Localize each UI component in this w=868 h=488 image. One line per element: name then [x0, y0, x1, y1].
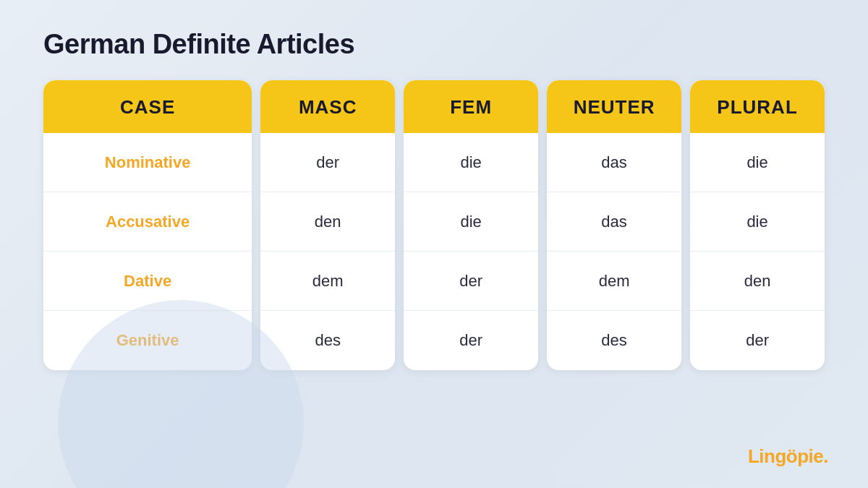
cell-case-nominative: Nominative	[43, 133, 252, 192]
cell-fem-genitive: der	[404, 311, 538, 370]
cell-case-dative: Dative	[43, 252, 252, 311]
col-header-plural: PLURAL	[690, 80, 825, 133]
column-case: CASE Nominative Accusative Dative Geniti…	[43, 80, 252, 370]
col-body-plural: die die den der	[690, 133, 825, 370]
col-body-masc: der den dem des	[260, 133, 395, 370]
column-plural: PLURAL die die den der	[690, 80, 825, 370]
brand-logo: Lingöpie.	[748, 445, 828, 468]
cell-neuter-genitive: des	[547, 311, 681, 370]
cell-plural-accusative: die	[690, 192, 825, 252]
col-header-case: CASE	[43, 80, 252, 133]
cell-masc-nominative: der	[260, 133, 395, 192]
cell-masc-dative: dem	[260, 252, 395, 311]
cell-plural-genitive: der	[690, 311, 825, 370]
column-masc: MASC der den dem des	[260, 80, 395, 370]
cell-fem-accusative: die	[404, 192, 538, 252]
cell-plural-dative: den	[690, 252, 825, 311]
column-neuter: NEUTER das das dem des	[547, 80, 681, 370]
cell-case-accusative: Accusative	[43, 192, 252, 252]
col-body-fem: die die der der	[404, 133, 538, 370]
page-title: German Definite Articles	[43, 29, 354, 60]
col-body-case: Nominative Accusative Dative Genitive	[43, 133, 252, 370]
cell-neuter-dative: dem	[547, 252, 681, 311]
cell-fem-dative: der	[404, 252, 538, 311]
col-body-neuter: das das dem des	[547, 133, 681, 370]
cell-plural-nominative: die	[690, 133, 825, 192]
cell-case-genitive: Genitive	[43, 311, 252, 370]
cell-neuter-nominative: das	[547, 133, 681, 192]
cell-neuter-accusative: das	[547, 192, 681, 252]
articles-table: CASE Nominative Accusative Dative Geniti…	[43, 80, 825, 370]
col-header-fem: FEM	[404, 80, 538, 133]
col-header-masc: MASC	[260, 80, 395, 133]
cell-masc-genitive: des	[260, 311, 395, 370]
column-fem: FEM die die der der	[404, 80, 538, 370]
cell-masc-accusative: den	[260, 192, 395, 252]
cell-fem-nominative: die	[404, 133, 538, 192]
col-header-neuter: NEUTER	[547, 80, 681, 133]
